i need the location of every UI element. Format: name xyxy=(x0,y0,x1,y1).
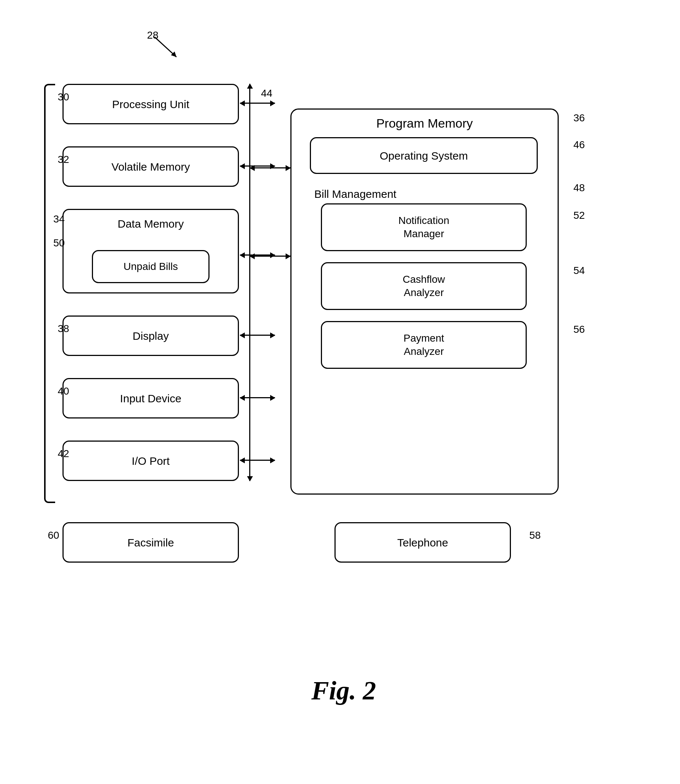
telephone-label: Telephone xyxy=(397,535,448,550)
central-vertical-arrow xyxy=(249,84,250,481)
io-port-box: I/O Port xyxy=(63,440,239,481)
ref-54: 54 xyxy=(573,265,585,276)
ref-52: 52 xyxy=(573,210,585,221)
left-brace xyxy=(44,84,55,503)
display-label: Display xyxy=(133,329,169,343)
arrow-io-port xyxy=(240,460,275,461)
arrow-display xyxy=(240,334,275,336)
ref-38: 38 xyxy=(58,323,69,334)
input-device-box: Input Device xyxy=(63,378,239,418)
unpaid-bills-box: Unpaid Bills xyxy=(92,250,209,283)
volatile-memory-label: Volatile Memory xyxy=(112,159,190,174)
program-memory-title: Program Memory xyxy=(291,116,557,131)
processing-unit-box: Processing Unit xyxy=(63,84,239,124)
arrow-unpaid-to-notification xyxy=(250,256,290,257)
ref-30: 30 xyxy=(58,91,69,103)
ref-36: 36 xyxy=(573,112,585,124)
ref-42: 42 xyxy=(58,448,69,460)
ref-44: 44 xyxy=(261,88,272,99)
payment-analyzer-label: Payment Analyzer xyxy=(404,332,444,358)
data-memory-label: Data Memory xyxy=(118,216,184,231)
volatile-memory-box: Volatile Memory xyxy=(63,146,239,187)
ref-48: 48 xyxy=(573,182,585,194)
processing-unit-label: Processing Unit xyxy=(112,97,189,111)
arrow-input-device xyxy=(240,397,275,398)
ref-32: 32 xyxy=(58,154,69,166)
telephone-box: Telephone xyxy=(334,522,511,563)
cashflow-analyzer-label: Cashflow Analyzer xyxy=(403,273,445,300)
operating-system-label: Operating System xyxy=(380,148,468,163)
unpaid-bills-label: Unpaid Bills xyxy=(123,260,178,273)
bill-management-label: Bill Management xyxy=(310,187,538,202)
ref-50: 50 xyxy=(53,237,65,249)
ref-60: 60 xyxy=(48,530,59,541)
arrow-processing-unit xyxy=(240,103,275,104)
io-port-label: I/O Port xyxy=(132,454,170,468)
input-device-label: Input Device xyxy=(120,391,182,405)
program-memory-outer-box: Program Memory Operating System Bill Man… xyxy=(290,109,559,495)
fig-label: Fig. 2 xyxy=(311,675,376,706)
ref-46: 46 xyxy=(573,139,585,151)
ref-58: 58 xyxy=(529,530,541,541)
facsimile-box: Facsimile xyxy=(63,522,239,563)
facsimile-label: Facsimile xyxy=(128,535,174,550)
diagram: 28 Processing Unit 30 Volatile Memory 32… xyxy=(22,29,665,728)
display-box: Display xyxy=(63,315,239,356)
ref-56: 56 xyxy=(573,323,585,335)
cashflow-analyzer-box: Cashflow Analyzer xyxy=(321,262,527,310)
ref-34: 34 xyxy=(53,213,65,225)
notification-manager-label: Notification Manager xyxy=(398,214,450,241)
operating-system-box: Operating System xyxy=(310,137,538,174)
notification-manager-box: Notification Manager xyxy=(321,203,527,251)
ref-40: 40 xyxy=(58,385,69,397)
arrow-volatile-memory xyxy=(240,166,275,167)
data-memory-box: Data Memory Unpaid Bills xyxy=(63,209,239,293)
arrow-to-program-memory xyxy=(250,167,290,169)
payment-analyzer-box: Payment Analyzer xyxy=(321,321,527,369)
